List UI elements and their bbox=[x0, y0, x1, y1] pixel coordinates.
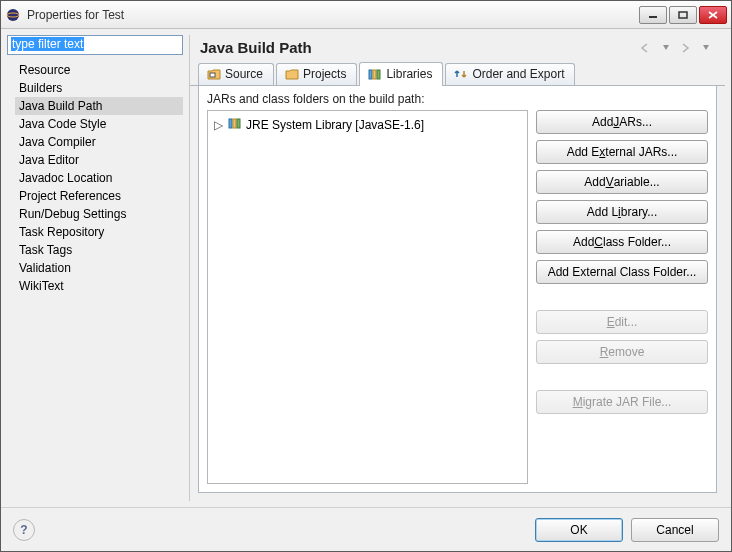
tab-label: Order and Export bbox=[472, 67, 564, 81]
sidebar-item-java-editor[interactable]: Java Editor bbox=[15, 151, 183, 169]
ok-button[interactable]: OK bbox=[535, 518, 623, 542]
svg-rect-10 bbox=[229, 119, 232, 128]
build-path-row: ▷JRE System Library [JavaSE-1.6] Add JAR… bbox=[207, 110, 708, 484]
classpath-tree[interactable]: ▷JRE System Library [JavaSE-1.6] bbox=[207, 110, 528, 484]
library-icon bbox=[228, 117, 242, 132]
back-button[interactable] bbox=[637, 40, 655, 56]
add-library-button[interactable]: Add Library... bbox=[536, 200, 708, 224]
main-header: Java Build Path bbox=[190, 35, 725, 62]
svg-rect-8 bbox=[373, 70, 376, 79]
back-menu[interactable] bbox=[657, 40, 675, 56]
forward-menu[interactable] bbox=[697, 40, 715, 56]
dialog-body: type filter text ResourceBuildersJava Bu… bbox=[1, 29, 731, 507]
tab-libraries[interactable]: Libraries bbox=[359, 62, 443, 86]
libraries-icon bbox=[368, 68, 382, 80]
dialog-footer: ? OK Cancel bbox=[1, 507, 731, 551]
maximize-button[interactable] bbox=[669, 6, 697, 24]
sidebar-item-project-references[interactable]: Project References bbox=[15, 187, 183, 205]
cancel-button[interactable]: Cancel bbox=[631, 518, 719, 542]
add-variable-button[interactable]: Add Variable... bbox=[536, 170, 708, 194]
tree-item-label: JRE System Library [JavaSE-1.6] bbox=[246, 118, 424, 132]
svg-rect-7 bbox=[369, 70, 372, 79]
filter-input[interactable]: type filter text bbox=[7, 35, 183, 55]
add-external-class-folder-button[interactable]: Add External Class Folder... bbox=[536, 260, 708, 284]
order-export-icon bbox=[454, 68, 468, 80]
build-path-label: JARs and class folders on the build path… bbox=[207, 92, 708, 106]
button-column: Add JARs...Add External JARs...Add Varia… bbox=[536, 110, 708, 484]
tab-label: Source bbox=[225, 67, 263, 81]
close-button[interactable] bbox=[699, 6, 727, 24]
window-title: Properties for Test bbox=[27, 8, 637, 22]
tab-label: Projects bbox=[303, 67, 346, 81]
projects-icon bbox=[285, 68, 299, 80]
sidebar-item-run-debug-settings[interactable]: Run/Debug Settings bbox=[15, 205, 183, 223]
add-class-folder-button[interactable]: Add Class Folder... bbox=[536, 230, 708, 254]
category-list: ResourceBuildersJava Build PathJava Code… bbox=[7, 55, 183, 501]
sidebar: type filter text ResourceBuildersJava Bu… bbox=[7, 35, 183, 501]
add-external-jars-button[interactable]: Add External JARs... bbox=[536, 140, 708, 164]
forward-button[interactable] bbox=[677, 40, 695, 56]
remove-button: Remove bbox=[536, 340, 708, 364]
svg-rect-11 bbox=[233, 119, 236, 128]
tab-bar: SourceProjectsLibrariesOrder and Export bbox=[190, 62, 725, 86]
main-panel: Java Build Path SourceProjectsLibrariesO… bbox=[189, 35, 725, 501]
titlebar: Properties for Test bbox=[1, 1, 731, 29]
sidebar-item-java-build-path[interactable]: Java Build Path bbox=[15, 97, 183, 115]
tab-projects[interactable]: Projects bbox=[276, 63, 357, 85]
sidebar-item-wikitext[interactable]: WikiText bbox=[15, 277, 183, 295]
tab-label: Libraries bbox=[386, 67, 432, 81]
tab-source[interactable]: Source bbox=[198, 63, 274, 85]
help-button[interactable]: ? bbox=[13, 519, 35, 541]
add-jars-button[interactable]: Add JARs... bbox=[536, 110, 708, 134]
tab-order-and-export[interactable]: Order and Export bbox=[445, 63, 575, 85]
minimize-button[interactable] bbox=[639, 6, 667, 24]
source-folder-icon bbox=[207, 68, 221, 80]
sidebar-item-task-repository[interactable]: Task Repository bbox=[15, 223, 183, 241]
sidebar-item-builders[interactable]: Builders bbox=[15, 79, 183, 97]
tab-content: JARs and class folders on the build path… bbox=[198, 86, 717, 493]
page-title: Java Build Path bbox=[200, 39, 635, 56]
edit-button: Edit... bbox=[536, 310, 708, 334]
svg-point-0 bbox=[7, 9, 19, 21]
tree-item[interactable]: ▷JRE System Library [JavaSE-1.6] bbox=[212, 115, 523, 134]
svg-rect-9 bbox=[377, 70, 380, 79]
svg-rect-12 bbox=[237, 119, 240, 128]
expand-icon[interactable]: ▷ bbox=[214, 118, 224, 132]
svg-rect-3 bbox=[679, 12, 687, 18]
sidebar-item-java-code-style[interactable]: Java Code Style bbox=[15, 115, 183, 133]
migrate-jar-file-button: Migrate JAR File... bbox=[536, 390, 708, 414]
sidebar-item-validation[interactable]: Validation bbox=[15, 259, 183, 277]
sidebar-item-javadoc-location[interactable]: Javadoc Location bbox=[15, 169, 183, 187]
sidebar-item-resource[interactable]: Resource bbox=[15, 61, 183, 79]
eclipse-icon bbox=[5, 7, 21, 23]
sidebar-item-task-tags[interactable]: Task Tags bbox=[15, 241, 183, 259]
svg-rect-6 bbox=[210, 73, 215, 77]
dialog-window: Properties for Test type filter text Res… bbox=[0, 0, 732, 552]
sidebar-item-java-compiler[interactable]: Java Compiler bbox=[15, 133, 183, 151]
window-buttons bbox=[637, 6, 727, 24]
